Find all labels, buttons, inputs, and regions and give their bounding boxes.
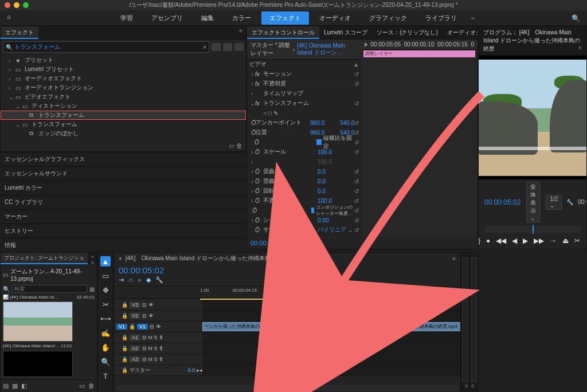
type-tool[interactable]: T — [100, 371, 111, 381]
solo-left[interactable]: S — [465, 383, 468, 389]
timeline-zoom-scroll[interactable] — [116, 385, 458, 391]
row-motion[interactable]: ›fxモーション↺ — [247, 69, 361, 79]
tree-video-effects[interactable]: ⌄▭ビデオエフェクト — [1, 92, 246, 101]
row-anchor[interactable]: Öアンカーポイント960.0540.0↺ — [247, 118, 361, 128]
marker-icon[interactable]: ◆ — [146, 276, 151, 284]
32bit-badge-icon[interactable] — [223, 43, 232, 51]
section-cc-libraries[interactable]: CC ライブラリ — [0, 195, 246, 209]
new-item-icon[interactable]: ▭ — [79, 382, 85, 390]
tab-audio-mixer[interactable]: オーディオクリップミキサー： — [443, 26, 478, 39]
tab-project[interactable]: プロジェクト: ズームトランジショ — [1, 253, 88, 264]
frame-back-icon[interactable]: ◀ — [512, 237, 517, 245]
effects-search-input[interactable]: 🔍 トランスフォーム × — [3, 41, 209, 53]
resolution-select[interactable]: 1/2 ⌄ — [546, 195, 562, 210]
tree-transform-folder[interactable]: ⌄▭トランスフォーム — [1, 120, 246, 129]
clear-icon[interactable]: × — [203, 44, 206, 50]
panel-menu-icon[interactable]: ≡ — [578, 45, 582, 51]
row-shutter-angle[interactable]: ›Öシャッター角度0.00↺ — [247, 215, 361, 225]
yuv-badge-icon[interactable] — [234, 43, 244, 51]
panel-menu-icon[interactable]: » ≡ — [88, 253, 97, 264]
list-view-icon[interactable]: ▤ — [3, 382, 9, 390]
icon-view-icon[interactable]: ▦ — [12, 382, 18, 390]
accel-badge-icon[interactable] — [212, 43, 221, 51]
lift-icon[interactable]: ⏏ — [562, 237, 569, 245]
play-icon[interactable]: ▶ — [523, 237, 528, 245]
step-back-icon[interactable]: ◀◀ — [496, 237, 506, 245]
clip-bar[interactable]: 調整レイヤー — [363, 50, 475, 57]
ws-tab-edit[interactable]: 編集 — [193, 11, 222, 25]
row-sampling[interactable]: Öサンプリングバイリニア⌄↺ — [247, 225, 361, 235]
row-skew-axis[interactable]: ›Ö歪曲軸0.0↺ — [247, 177, 361, 186]
ws-tab-audio[interactable]: オーディオ — [311, 11, 359, 25]
ws-tab-graphics[interactable]: グラフィック — [361, 11, 415, 25]
ws-tab-effects[interactable]: エフェクト — [261, 11, 309, 25]
clip-video-a[interactable]: ーンから撮った沖縄本島の絶景.mp4 — [202, 322, 287, 331]
row-transform[interactable]: ⌄fxトランスフォーム↺ — [247, 99, 361, 108]
extract-icon[interactable]: ✂ — [574, 237, 580, 245]
marker-icon[interactable]: ● — [486, 237, 490, 245]
wrench-icon[interactable]: 🔧 — [566, 199, 573, 205]
tree-lumetri-presets[interactable]: ›▭Lumetri プリセット — [1, 65, 246, 74]
fit-select[interactable]: 全体表示 ⌄ — [526, 182, 540, 222]
row-rotation[interactable]: ›Ö回転0.0↺ — [247, 186, 361, 196]
section-lumetri-color[interactable]: Lumetri カラー — [0, 181, 246, 195]
ripple-tool[interactable]: ✥ — [100, 285, 111, 295]
tab-effect-controls[interactable]: エフェクトコントロール — [247, 26, 319, 39]
linked-icon[interactable]: ⟐ — [138, 276, 142, 284]
row-uniform-scale[interactable]: Ö縦横比を固定↺ — [247, 138, 361, 147]
tab-effects[interactable]: エフェクト — [1, 26, 38, 39]
row-opacity[interactable]: ›fx不透明度↺ — [247, 79, 361, 89]
search-icon[interactable]: 🔍 — [572, 14, 580, 22]
tab-source[interactable]: ソース：(クリップなし) — [372, 26, 443, 39]
project-file[interactable]: ▭ズームトラン…4-20_11-49-13.prproj — [3, 266, 95, 283]
zoom-window-icon[interactable] — [23, 2, 29, 8]
tree-distortion[interactable]: ⌄▭ディストーション — [1, 101, 246, 111]
ws-tab-library[interactable]: ライブラリ — [417, 11, 465, 25]
timeline-ruler[interactable]: 1:00 00:00:04:15 00:00:05:00 00:00:05:15… — [114, 286, 460, 299]
ws-tab-assembly[interactable]: アセンブリ — [143, 11, 191, 25]
tree-audio-effects[interactable]: ›▭オーディオエフェクト — [1, 74, 246, 83]
razor-tool[interactable]: ✂ — [100, 299, 111, 309]
tree-presets[interactable]: ›★プリセット — [1, 56, 246, 65]
filter-icon[interactable]: ▦ — [89, 286, 95, 292]
selection-tool[interactable]: ▲ — [100, 256, 111, 266]
out-icon[interactable]: } — [478, 237, 480, 245]
ws-tab-learn[interactable]: 学習 — [112, 11, 141, 25]
tree-audio-transitions[interactable]: ›▭オーディオトランジション — [1, 83, 246, 92]
program-scrubber[interactable] — [484, 226, 581, 233]
new-bin-icon[interactable]: ▭ 🗑 — [1, 140, 246, 151]
row-timeremap[interactable]: ›タイムリマップ — [247, 89, 361, 99]
track-select-tool[interactable]: ▭ — [100, 271, 111, 281]
section-info[interactable]: 情報 — [0, 238, 246, 252]
section-essential-graphics[interactable]: エッセンシャルグラフィックス — [0, 152, 246, 166]
clip-video-e[interactable]: fx [4K] Okinawa Main Island ドローンから撮った沖縄本… — [314, 322, 461, 331]
tree-transform-effect[interactable]: ⧉トランスフォーム — [1, 111, 246, 120]
program-viewport[interactable] — [479, 56, 586, 179]
snap-icon[interactable]: ⇥ — [119, 276, 124, 284]
trash-icon[interactable]: 🗑 — [88, 382, 95, 390]
minimize-window-icon[interactable] — [14, 2, 19, 8]
effect-timecode[interactable]: 00:00:05:02 — [251, 240, 284, 246]
hand-tool[interactable]: ✋ — [100, 342, 111, 352]
program-timecode[interactable]: 00:00:05:02 — [484, 198, 521, 206]
tab-lumetri-scopes[interactable]: Lumetri スコープ — [319, 26, 372, 39]
timeline-tracks[interactable]: 🔒V3⊟ 👁 🔒V2⊟ 👁 fx 調整レイヤー V1🔒V1⊟ 👁 ーンから撮った… — [114, 300, 460, 384]
solo-right[interactable]: S — [471, 383, 474, 389]
slip-tool[interactable]: ⟷ — [100, 313, 111, 324]
project-search-input[interactable] — [12, 285, 87, 293]
tree-edge-feather[interactable]: ⧉エッジのぼかし — [1, 129, 246, 138]
row-shutter-comp[interactable]: Öコンポジションのシャッター角度…↺ — [247, 206, 361, 215]
timeline-sequence-name[interactable]: [4K] Okinawa Main Island ドローンから撮った沖縄本島の絶… — [126, 254, 288, 262]
close-window-icon[interactable] — [5, 2, 10, 8]
panel-menu-icon[interactable]: ≡ — [236, 26, 246, 39]
panel-menu-icon[interactable]: ≡ — [452, 256, 456, 262]
section-history[interactable]: ヒストリー — [0, 224, 246, 238]
section-essential-sound[interactable]: エッセンシャルサウンド — [0, 166, 246, 181]
row-masks[interactable]: ○ □ ✎ — [247, 108, 361, 118]
asset-item[interactable]: 📊 [4K] Okinawa Main Isl…22:40:21 [4K] Ok… — [3, 295, 95, 377]
magnet-icon[interactable]: ∩ — [128, 276, 133, 284]
current-clip-link[interactable]: [4K] Okinawa Main Island ドローン… — [297, 42, 358, 57]
effect-timeline[interactable]: 00:00:05:05 00:00:05:10 00:00:05:15 0 調整… — [361, 40, 478, 237]
ws-tab-color[interactable]: カラー — [224, 11, 259, 25]
timeline-timecode[interactable]: 00:00:05:02 — [114, 264, 460, 276]
